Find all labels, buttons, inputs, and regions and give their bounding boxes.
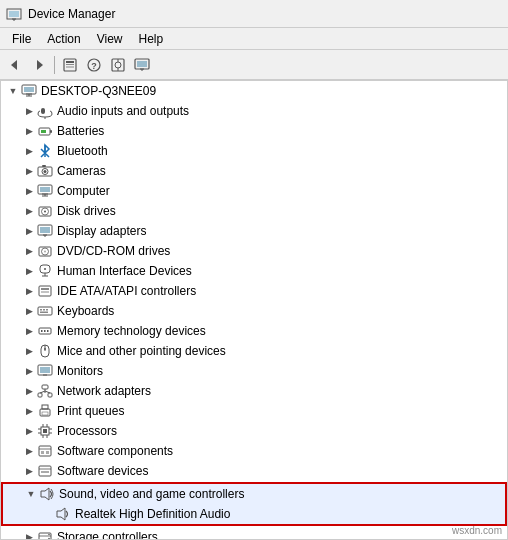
list-item[interactable]: ▶ Cameras xyxy=(1,161,507,181)
software-comp-toggle[interactable]: ▶ xyxy=(21,443,37,459)
list-item[interactable]: ▶ Mice and other pointing devices xyxy=(1,341,507,361)
toolbar-separator-1 xyxy=(54,56,55,74)
list-item[interactable]: ▶ Computer xyxy=(1,181,507,201)
batteries-toggle[interactable]: ▶ xyxy=(21,123,37,139)
list-item[interactable]: ▶ Batteries xyxy=(1,121,507,141)
back-button[interactable] xyxy=(4,54,26,76)
svg-marker-99 xyxy=(41,488,49,500)
list-item[interactable]: ▶ Processors xyxy=(1,421,507,441)
svg-rect-71 xyxy=(40,367,50,373)
help-button[interactable]: ? xyxy=(83,54,105,76)
display-label: Display adapters xyxy=(57,224,146,238)
list-item[interactable]: Realtek High Definition Audio xyxy=(3,504,505,524)
list-item[interactable]: ▶ Human Interface Devices xyxy=(1,261,507,281)
scan-button[interactable] xyxy=(107,54,129,76)
hid-toggle[interactable]: ▶ xyxy=(21,263,37,279)
print-toggle[interactable]: ▶ xyxy=(21,403,37,419)
display-icon xyxy=(37,223,53,239)
keyboards-toggle[interactable]: ▶ xyxy=(21,303,37,319)
svg-rect-60 xyxy=(43,309,45,311)
dvd-label: DVD/CD-ROM drives xyxy=(57,244,170,258)
svg-rect-94 xyxy=(41,451,44,454)
root-toggle[interactable]: ▼ xyxy=(5,83,21,99)
list-item[interactable]: ▶ Network adapters xyxy=(1,381,507,401)
menu-help[interactable]: Help xyxy=(131,30,172,48)
software-dev-toggle[interactable]: ▶ xyxy=(21,463,37,479)
svg-rect-35 xyxy=(42,165,46,167)
hid-label: Human Interface Devices xyxy=(57,264,192,278)
title-bar-text: Device Manager xyxy=(28,7,115,21)
processors-label: Processors xyxy=(57,424,117,438)
svg-text:?: ? xyxy=(91,61,97,71)
list-item[interactable]: ▶ IDE ATA/ATAPI controllers xyxy=(1,281,507,301)
software-comp-label: Software components xyxy=(57,444,173,458)
display-toggle[interactable]: ▶ xyxy=(21,223,37,239)
computer-device-icon xyxy=(37,183,53,199)
svg-rect-56 xyxy=(41,288,49,290)
disk-icon xyxy=(37,203,53,219)
tree-root[interactable]: ▼ DESKTOP-Q3NEE09 xyxy=(1,81,507,101)
svg-rect-29 xyxy=(41,130,46,133)
dvd-toggle[interactable]: ▶ xyxy=(21,243,37,259)
ide-toggle[interactable]: ▶ xyxy=(21,283,37,299)
network-icon xyxy=(37,383,53,399)
svg-rect-64 xyxy=(41,330,43,332)
bluetooth-toggle[interactable]: ▶ xyxy=(21,143,37,159)
audio-icon xyxy=(37,103,53,119)
device-manager-tree[interactable]: ▼ DESKTOP-Q3NEE09 ▶ Audio inputs and out… xyxy=(0,80,508,540)
batteries-icon xyxy=(37,123,53,139)
svg-rect-83 xyxy=(43,429,47,433)
realtek-label: Realtek High Definition Audio xyxy=(75,507,230,521)
list-item[interactable]: ▼ Sound, video and game controllers xyxy=(3,484,505,504)
computer-label: Computer xyxy=(57,184,110,198)
svg-rect-55 xyxy=(39,286,51,296)
software-dev-label: Software devices xyxy=(57,464,148,478)
sound-section: ▼ Sound, video and game controllers Real… xyxy=(1,482,507,526)
list-item[interactable]: ▶ Software devices xyxy=(1,461,507,481)
computer-toggle[interactable]: ▶ xyxy=(21,183,37,199)
svg-rect-21 xyxy=(24,87,34,92)
svg-marker-100 xyxy=(57,508,65,520)
root-label: DESKTOP-Q3NEE09 xyxy=(41,84,156,98)
forward-button[interactable] xyxy=(28,54,50,76)
mice-toggle[interactable]: ▶ xyxy=(21,343,37,359)
list-item[interactable]: ▶ Monitors xyxy=(1,361,507,381)
menu-action[interactable]: Action xyxy=(39,30,88,48)
list-item[interactable]: ▶ Bluetooth xyxy=(1,141,507,161)
storage-toggle[interactable]: ▶ xyxy=(21,529,37,540)
keyboards-label: Keyboards xyxy=(57,304,114,318)
software-comp-icon xyxy=(37,443,53,459)
monitor-button[interactable] xyxy=(131,54,153,76)
svg-rect-66 xyxy=(47,330,49,332)
audio-toggle[interactable]: ▶ xyxy=(21,103,37,119)
list-item[interactable]: ▶ DVD/CD-ROM drives xyxy=(1,241,507,261)
svg-point-69 xyxy=(44,348,46,350)
menu-file[interactable]: File xyxy=(4,30,39,48)
processors-toggle[interactable]: ▶ xyxy=(21,423,37,439)
list-item[interactable]: ▶ Disk drives xyxy=(1,201,507,221)
network-toggle[interactable]: ▶ xyxy=(21,383,37,399)
print-label: Print queues xyxy=(57,404,124,418)
list-item[interactable]: ▶ Software components xyxy=(1,441,507,461)
cameras-toggle[interactable]: ▶ xyxy=(21,163,37,179)
list-item[interactable]: ▶ Memory technology devices xyxy=(1,321,507,341)
svg-rect-8 xyxy=(66,64,74,65)
menu-view[interactable]: View xyxy=(89,30,131,48)
svg-rect-17 xyxy=(137,61,147,67)
list-item[interactable]: ▶ Audio inputs and outputs xyxy=(1,101,507,121)
svg-point-13 xyxy=(115,62,121,68)
sound-toggle[interactable]: ▼ xyxy=(23,486,39,502)
svg-point-54 xyxy=(44,268,46,270)
properties-button[interactable] xyxy=(59,54,81,76)
list-item[interactable]: ▶ Storage controllers xyxy=(1,527,507,540)
list-item[interactable]: ▶ Print queues xyxy=(1,401,507,421)
disk-toggle[interactable]: ▶ xyxy=(21,203,37,219)
hid-icon xyxy=(37,263,53,279)
memory-toggle[interactable]: ▶ xyxy=(21,323,37,339)
storage-label: Storage controllers xyxy=(57,530,158,540)
mice-label: Mice and other pointing devices xyxy=(57,344,226,358)
monitors-toggle[interactable]: ▶ xyxy=(21,363,37,379)
sound-label: Sound, video and game controllers xyxy=(59,487,244,501)
list-item[interactable]: ▶ Keyboards xyxy=(1,301,507,321)
list-item[interactable]: ▶ Display adapters xyxy=(1,221,507,241)
